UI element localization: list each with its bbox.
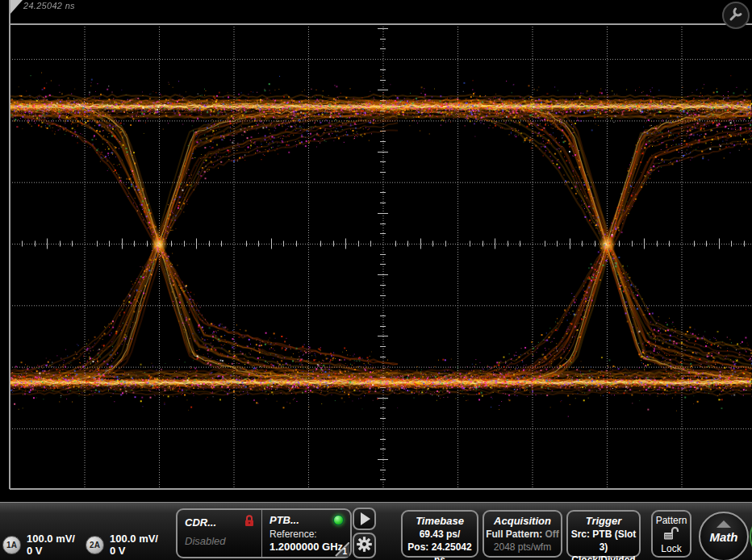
channel-2a-button[interactable]: 2A	[86, 536, 104, 554]
channel-1a-offset: 0 V	[27, 545, 75, 557]
channel-1a-scale: 100.0 mV/	[27, 533, 75, 545]
setup-button[interactable]	[353, 533, 376, 558]
timebase-title: Timebase	[403, 515, 477, 527]
full-pattern-value: Off	[545, 529, 559, 540]
channel-2a[interactable]: 2A 100.0 mV/ 0 V	[86, 533, 158, 557]
timebase-position-label: 24.25042 ns	[23, 1, 75, 10]
ptb-panel[interactable]: PTB... Reference: 1.2000000 GHz 1	[262, 510, 350, 557]
trigger-source: Src: PTB (Slot 3)	[568, 528, 639, 554]
channel-2a-scale: 100.0 mV/	[110, 533, 158, 545]
channel-1a[interactable]: 1A 100.0 mV/ 0 V	[2, 533, 75, 557]
channel-2a-settings: 100.0 mV/ 0 V	[110, 533, 158, 557]
trigger-mode: Clock/Divided	[568, 554, 639, 560]
lock-closed-icon	[244, 514, 255, 530]
math-label: Math	[710, 530, 738, 544]
timebase-scale: 69.43 ps/	[403, 528, 477, 541]
timebase-panel[interactable]: Timebase 69.43 ps/ Pos: 24.25042 ns	[401, 510, 478, 558]
full-pattern-label: Full Pattern:	[486, 529, 542, 540]
acquisition-title: Acquisition	[484, 515, 561, 527]
ptb-title: PTB...	[269, 514, 299, 526]
timebase-position: Pos: 24.25042 ns	[403, 541, 477, 560]
gear-icon	[357, 537, 372, 555]
oscilloscope-screen: { "screen": { "marker_time": "24.25042 n…	[0, 0, 752, 560]
trigger-title: Trigger	[568, 515, 639, 527]
slot-badge: 1	[333, 542, 349, 557]
play-icon	[361, 512, 370, 525]
slot-badge-number: 1	[342, 547, 347, 556]
math-button[interactable]: Math	[699, 512, 749, 560]
bottom-status-bar: 1A 100.0 mV/ 0 V 2A 100.0 mV/ 0 V CDR...	[0, 502, 752, 560]
pattern-lock-top-label: Pattern	[656, 515, 687, 526]
cdr-title: CDR...	[185, 516, 216, 529]
chevron-up-icon	[716, 520, 731, 528]
channel-1a-button[interactable]: 1A	[2, 536, 21, 554]
wrench-icon	[727, 5, 745, 26]
cdr-status: Disabled	[185, 535, 255, 547]
ptb-status-led	[333, 515, 344, 525]
channel-2a-offset: 0 V	[110, 545, 158, 557]
lock-open-icon	[662, 526, 680, 543]
pattern-lock-bottom-label: Lock	[661, 543, 681, 554]
cdr-panel[interactable]: CDR... Disabled	[178, 510, 261, 557]
channel-1a-settings: 100.0 mV/ 0 V	[27, 533, 75, 557]
timebase-position-marker[interactable]	[10, 0, 23, 14]
acquisition-points: 2048 pts/wfm	[484, 541, 561, 554]
acquisition-panel[interactable]: Acquisition Full Pattern: Off 2048 pts/w…	[483, 510, 562, 558]
waveform-display[interactable]	[0, 0, 752, 502]
utilities-button[interactable]	[722, 2, 750, 29]
pattern-lock-button[interactable]: Pattern Lock	[651, 510, 691, 558]
run-button[interactable]	[353, 508, 376, 530]
ptb-reference-label: Reference:	[269, 529, 344, 540]
trigger-panel[interactable]: Trigger Src: PTB (Slot 3) Clock/Divided	[566, 510, 641, 558]
clock-panel-group: CDR... Disabled PTB... Reference: 1.2000…	[176, 508, 352, 558]
